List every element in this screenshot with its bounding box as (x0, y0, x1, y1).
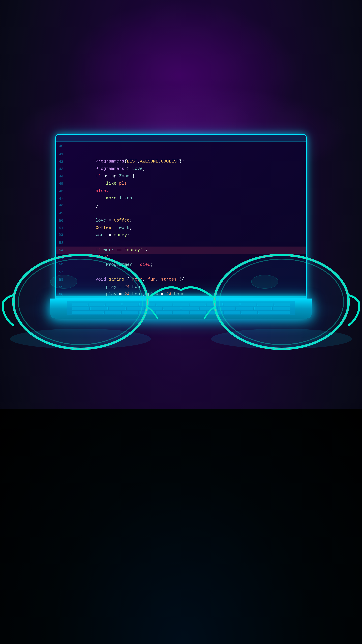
line-number: 52 (56, 232, 66, 238)
code-line-40: 40 (56, 143, 306, 150)
line-number: 42 (56, 159, 66, 165)
line-number: 49 (56, 210, 66, 216)
code-line-41: 41 Programmers{BEST,AWESOME,COOLEST}; (56, 150, 306, 158)
left-nose-pad (147, 307, 158, 319)
wallpaper-background: { "title": "Programmer Wallpaper", "desc… (0, 0, 362, 644)
line-number: 46 (56, 188, 66, 194)
glasses-illustration (0, 248, 362, 366)
right-lens-glow-bottom (211, 329, 352, 349)
right-lens-glare (251, 275, 278, 288)
code-line-49: 49 love = Coffee; (56, 210, 306, 217)
line-number: 43 (56, 166, 66, 172)
line-number: 53 (56, 240, 66, 246)
line-number: 40 (56, 143, 66, 149)
glasses-bridge (147, 287, 215, 298)
left-temple-arm (3, 295, 13, 325)
line-number: 41 (56, 152, 66, 158)
code-line-45: 45 else: (56, 180, 306, 188)
background-glow-top (64, 0, 298, 151)
glasses-svg (0, 248, 362, 366)
line-number: 45 (56, 181, 66, 187)
code-line-51: 51 work = money; (56, 224, 306, 232)
right-nose-pad (204, 307, 215, 319)
bottom-gradient (0, 409, 362, 644)
line-number: 44 (56, 174, 66, 180)
line-number: 48 (56, 202, 66, 208)
left-lens-glare (50, 275, 77, 288)
line-number: 51 (56, 225, 66, 231)
left-lens-glow-bottom (10, 329, 151, 349)
line-number: 47 (56, 196, 66, 202)
line-number: 50 (56, 218, 66, 224)
code-line-50: 50 Coffee = work; (56, 217, 306, 224)
code-line-44: 44 like pls (56, 173, 306, 180)
screen-topbar (56, 135, 306, 142)
code-line-46: 46 more likes (56, 188, 306, 195)
right-temple-arm (349, 295, 359, 325)
code-line-47: 47 } (56, 195, 306, 202)
code-line-53: 53 if work == "money" : (56, 239, 306, 246)
